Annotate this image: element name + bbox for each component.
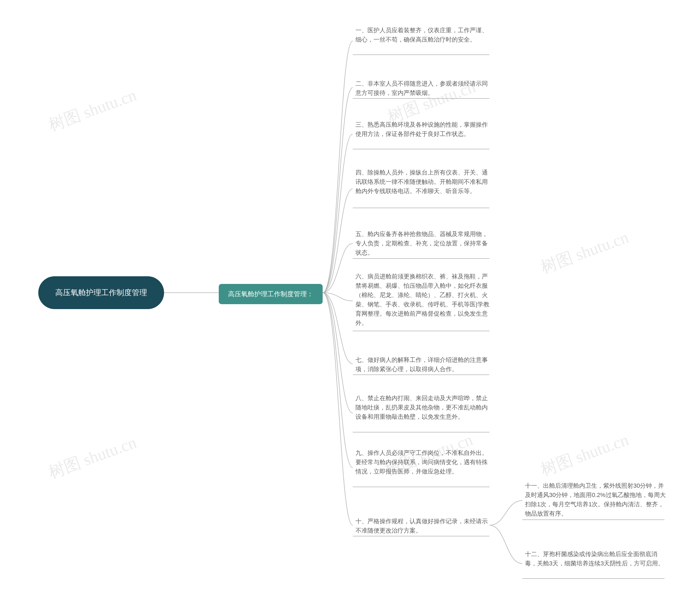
leaf-text: 十一、出舱后清理舱内卫生，紫外线照射30分钟，并及时通风30分钟，地面用0.2%… [525, 481, 667, 518]
leaf-text: 十、严格操作规程，认真做好操作记录，未经请示不准随便更改治疗方案。 [355, 517, 492, 535]
leaf-node-11[interactable]: 十一、出舱后清理舱内卫生，紫外线照射30分钟，并及时通风30分钟，地面用0.2%… [525, 480, 667, 519]
leaf-text: 六、病员进舱前须更换棉织衣、裤、袜及拖鞋，严禁将易燃、易爆、怕压物品带入舱中，如… [355, 272, 492, 328]
leaf-node-7[interactable]: 七、做好病人的解释工作，详细介绍进舱的注意事项，消除紧张心理，以取得病人合作。 [355, 354, 492, 375]
leaf-text: 三、熟悉高压舱环境及各种设施的性能，掌握操作使用方法，保证各部件处于良好工作状态… [355, 120, 492, 139]
leaf-text: 七、做好病人的解释工作，详细介绍进舱的注意事项，消除紧张心理，以取得病人合作。 [355, 355, 492, 374]
leaf-text: 十二、芽孢杆菌感染或传染病出舱后应全面彻底消毒，关舱3天，细菌培养连续3天阴性后… [525, 550, 667, 568]
leaf-node-5[interactable]: 五、舱内应备齐各种抢救物品、器械及常规用物，专人负责，定期检查、补充，定位放置，… [355, 229, 492, 258]
leaf-text: 八、禁止在舱内打闹、来回走动及大声喧哗，禁止随地吐痰，乱扔果皮及其他杂物，更不准… [355, 394, 492, 421]
root-node[interactable]: 高压氧舱护理工作制度管理 [38, 276, 164, 309]
watermark: 树图 shutu.cn [538, 226, 632, 279]
leaf-text: 一、医护人员应着装整齐，仪表庄重，工作严谨、细心，一丝不苟，确保高压舱治疗时的安… [355, 26, 492, 44]
leaf-node-8[interactable]: 八、禁止在舱内打闹、来回走动及大声喧哗，禁止随地吐痰，乱扔果皮及其他杂物，更不准… [355, 393, 492, 423]
watermark: 树图 shutu.cn [46, 84, 139, 136]
leaf-node-6[interactable]: 六、病员进舱前须更换棉织衣、裤、袜及拖鞋，严禁将易燃、易爆、怕压物品带入舱中，如… [355, 271, 492, 329]
root-label: 高压氧舱护理工作制度管理 [55, 287, 147, 299]
watermark: 树图 shutu.cn [46, 431, 139, 484]
leaf-node-4[interactable]: 四、除操舱人员外，操纵台上所有仪表、开关、通讯联络系统一律不准随便触动。开舱期间… [355, 167, 492, 197]
leaf-node-3[interactable]: 三、熟悉高压舱环境及各种设施的性能，掌握操作使用方法，保证各部件处于良好工作状态… [355, 119, 492, 140]
leaf-text: 九、操作人员必须严守工作岗位，不准私自外出。要经常与舱内保持联系，询问病情变化，… [355, 448, 492, 476]
leaf-text: 二、非本室人员不得随意进入，参观者须经请示同意方可接待，室内严禁吸烟。 [355, 79, 492, 98]
mindmap-canvas: 树图 shutu.cn 树图 shutu.cn 树图 shutu.cn 树图 s… [0, 0, 700, 616]
leaf-node-2[interactable]: 二、非本室人员不得随意进入，参观者须经请示同意方可接待，室内严禁吸烟。 [355, 78, 492, 99]
leaf-text: 五、舱内应备齐各种抢救物品、器械及常规用物，专人负责，定期检查、补充，定位放置，… [355, 230, 492, 257]
sub-label: 高压氧舱护理工作制度管理： [228, 289, 313, 299]
watermark: 树图 shutu.cn [538, 429, 632, 481]
leaf-text: 四、除操舱人员外，操纵台上所有仪表、开关、通讯联络系统一律不准随便触动。开舱期间… [355, 168, 492, 196]
leaf-node-9[interactable]: 九、操作人员必须严守工作岗位，不准私自外出。要经常与舱内保持联系，询问病情变化，… [355, 447, 492, 477]
leaf-node-12[interactable]: 十二、芽孢杆菌感染或传染病出舱后应全面彻底消毒，关舱3天，细菌培养连续3天阴性后… [525, 549, 667, 569]
leaf-node-10[interactable]: 十、严格操作规程，认真做好操作记录，未经请示不准随便更改治疗方案。 [355, 516, 492, 537]
sub-node[interactable]: 高压氧舱护理工作制度管理： [219, 284, 323, 304]
leaf-node-1[interactable]: 一、医护人员应着装整齐，仪表庄重，工作严谨、细心，一丝不苟，确保高压舱治疗时的安… [355, 25, 492, 46]
